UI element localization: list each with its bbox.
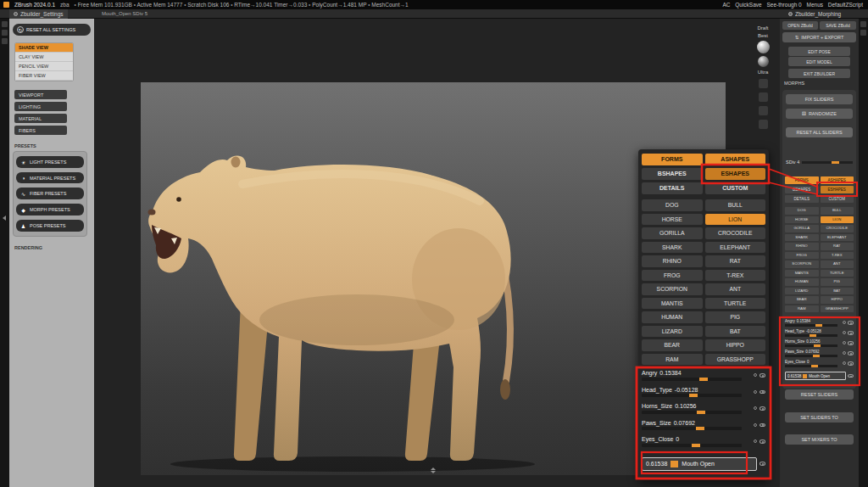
reset-sliders-button[interactable]: RESET SLIDERS — [785, 389, 854, 400]
animal-preset-button[interactable]: DOG — [642, 199, 703, 211]
animal-preset-button[interactable]: BEAR — [642, 339, 703, 351]
edit-model-button[interactable]: EDIT MODEL — [788, 57, 850, 66]
shelf-icon[interactable] — [759, 79, 768, 88]
animal-preset-button[interactable]: PIG — [821, 278, 854, 286]
animal-preset-button[interactable]: RAT — [821, 243, 854, 250]
visibility-eye-icon[interactable] — [848, 331, 854, 335]
morph-slider-row[interactable]: Head_Type -0.05128 — [642, 387, 765, 404]
morph-category-tab[interactable]: BSHAPES — [642, 168, 703, 180]
sdiv-track[interactable] — [802, 161, 853, 164]
animal-preset-button[interactable]: LION — [821, 216, 854, 224]
animal-preset-button[interactable]: RAM — [642, 354, 703, 366]
scroll-down-icon[interactable] — [431, 471, 436, 473]
morph-slider-row[interactable]: Angry 0.15384 — [785, 319, 854, 329]
slider-options-icon[interactable] — [754, 406, 757, 410]
morph-category-tab[interactable]: ASHAPES — [705, 154, 766, 165]
mouth-open-slider-mini[interactable]: 0.61538 Mouth Open — [785, 372, 854, 380]
set-mixers-to-button[interactable]: SET MIXERS TO — [785, 434, 854, 445]
visibility-eye-icon[interactable] — [848, 351, 854, 355]
panel-section-header[interactable]: VIEWPORT — [14, 90, 67, 99]
animal-preset-button[interactable]: RAM — [785, 305, 819, 313]
animal-preset-button[interactable]: MANTIS — [785, 270, 819, 277]
material-sphere-icon[interactable] — [757, 41, 770, 53]
animal-preset-button[interactable]: BAT — [821, 288, 854, 295]
slider-notch[interactable] — [670, 461, 678, 467]
slider-notch[interactable] — [810, 334, 816, 337]
slider-options-icon[interactable] — [754, 373, 757, 377]
animal-preset-button[interactable]: FROG — [642, 270, 703, 282]
save-zbuild-button[interactable]: SAVE ZBuild — [820, 21, 856, 30]
animal-preset-button[interactable]: PIG — [705, 311, 766, 323]
slider-notch[interactable] — [697, 411, 705, 414]
titlebar-menu-item[interactable]: See-through 0 — [765, 2, 803, 8]
visibility-eye-icon[interactable] — [848, 361, 854, 366]
titlebar-menu-item[interactable]: QuickSave — [733, 2, 763, 8]
visibility-eye-icon[interactable] — [760, 373, 765, 378]
slider-notch[interactable] — [803, 374, 807, 378]
animal-preset-button[interactable]: ELEPHANT — [705, 242, 766, 254]
visibility-eye-icon[interactable] — [760, 462, 765, 466]
preset-button[interactable]: ☀ LIGHT PRESETS — [16, 156, 84, 168]
animal-preset-button[interactable]: BAT — [705, 326, 766, 338]
preset-button[interactable]: ♟ POSE PRESETS — [16, 220, 84, 232]
best-render-button[interactable]: Best — [758, 33, 768, 38]
shelf-icon[interactable] — [759, 120, 768, 129]
morph-slider-row[interactable]: Angry 0.15384 — [642, 370, 765, 387]
animal-preset-button[interactable]: CROCODILE — [705, 227, 766, 239]
shelf-icon[interactable] — [759, 92, 768, 102]
animal-preset-button[interactable]: HIPPO — [821, 296, 854, 304]
morph-category-tab[interactable]: FORMS — [785, 176, 819, 184]
animal-preset-button[interactable]: BULL — [821, 207, 854, 215]
slider-track[interactable] — [785, 355, 837, 357]
slider-options-icon[interactable] — [754, 423, 757, 427]
morph-category-tab[interactable]: DETAILS — [785, 195, 819, 203]
animal-preset-button[interactable]: BULL — [705, 199, 766, 211]
animal-preset-button[interactable]: RHINO — [785, 243, 819, 250]
panel-section-header[interactable]: MATERIAL — [14, 114, 67, 123]
animal-preset-button[interactable]: T-REX — [705, 270, 766, 282]
animal-preset-button[interactable]: GRASSHOPP — [705, 354, 766, 366]
titlebar-menu-item[interactable]: AC — [721, 2, 732, 8]
slider-track[interactable] — [642, 444, 742, 447]
view-mode-button[interactable]: CLAY VIEW — [15, 53, 73, 62]
animal-preset-button[interactable]: DOG — [785, 207, 819, 215]
animal-preset-button[interactable]: ANT — [705, 283, 766, 295]
visibility-eye-icon[interactable] — [848, 321, 854, 325]
preset-button[interactable]: ◑ MATERIAL PRESETS — [16, 172, 84, 183]
slider-options-icon[interactable] — [754, 390, 757, 394]
dock-icon[interactable] — [860, 21, 866, 27]
animal-preset-button[interactable]: LIZARD — [785, 288, 819, 295]
sdiv-slider[interactable]: SDiv 4 — [786, 160, 853, 165]
collapse-arrow-icon[interactable] — [3, 216, 6, 221]
morph-slider-row[interactable]: Paws_Size 0.07692 — [785, 350, 854, 360]
visibility-eye-icon[interactable] — [760, 406, 765, 411]
slider-options-icon[interactable] — [843, 351, 846, 355]
animal-preset-button[interactable]: LION — [705, 214, 766, 226]
edit-pose-button[interactable]: EDIT POSE — [788, 47, 850, 56]
reset-all-sliders-button[interactable]: RESET ALL SLIDERS — [786, 127, 853, 137]
slider-options-icon[interactable] — [843, 361, 846, 365]
slider-options-icon[interactable] — [754, 439, 757, 443]
visibility-eye-icon[interactable] — [760, 390, 765, 395]
animal-preset-button[interactable]: RHINO — [642, 255, 703, 267]
slider-notch[interactable] — [692, 444, 700, 447]
animal-preset-button[interactable]: SCORPION — [785, 260, 819, 268]
tab-zbuilder-settings[interactable]: Zbuilder_Settings — [9, 9, 68, 19]
dock-icon[interactable] — [860, 30, 866, 36]
animal-preset-button[interactable]: CROCODILE — [821, 225, 854, 232]
titlebar-menu-item[interactable]: DefaultZScript — [826, 2, 865, 8]
animal-preset-button[interactable]: GORILLA — [642, 227, 703, 239]
animal-preset-button[interactable]: RAT — [705, 255, 766, 267]
slider-options-icon[interactable] — [843, 331, 846, 334]
animal-preset-button[interactable]: HUMAN — [785, 278, 819, 286]
mouth-open-slider[interactable]: 0.61538 Mouth Open — [642, 457, 765, 471]
slider-track[interactable] — [642, 378, 742, 381]
dock-icon[interactable] — [2, 38, 8, 44]
morph-category-tab[interactable]: ESHAPES — [821, 186, 854, 193]
slider-notch[interactable] — [814, 344, 821, 347]
shelf-icon[interactable] — [759, 106, 768, 115]
matcap-sphere-icon[interactable] — [758, 56, 769, 67]
morph-category-tab[interactable]: BSHAPES — [785, 186, 819, 193]
open-zbuild-button[interactable]: OPEN ZBuild — [782, 21, 818, 30]
animal-preset-button[interactable]: GRASSHOPP — [821, 305, 854, 313]
